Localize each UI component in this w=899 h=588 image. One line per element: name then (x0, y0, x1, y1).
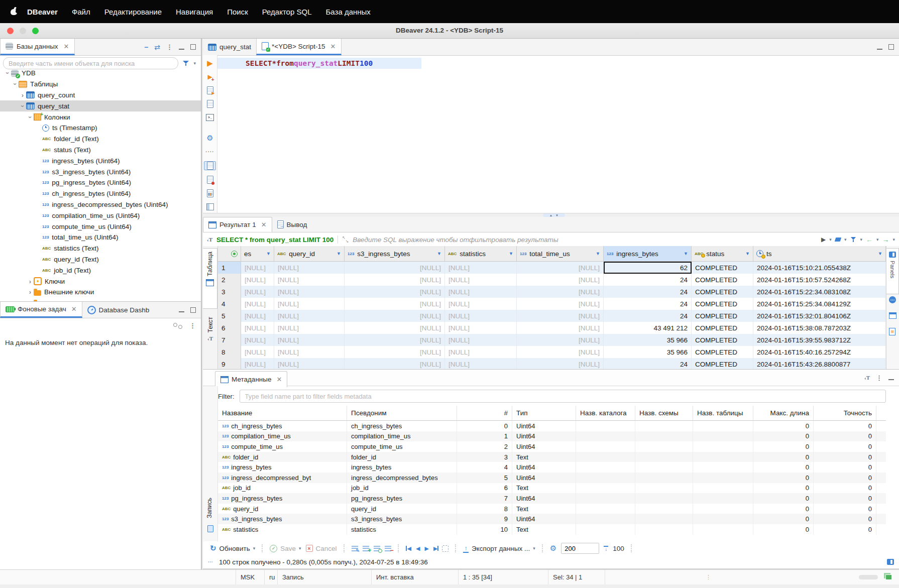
splitter-grip[interactable]: ▲▼ (543, 213, 565, 217)
more-dots-button[interactable] (204, 148, 215, 156)
metadata-cell-table[interactable] (693, 493, 753, 504)
grid-cell[interactable]: 2024-01-16T15:25:34.084129Z (753, 298, 886, 310)
metadata-cell-num[interactable]: 8 (457, 504, 512, 514)
grid-cell[interactable]: [NULL] (345, 262, 445, 274)
metadata-cell-maxlen[interactable]: 0 (753, 473, 814, 483)
metadata-cell-precision[interactable]: 0 (814, 473, 876, 483)
metadata-column-Тип[interactable]: Тип (512, 406, 576, 420)
metadata-cell-alias[interactable]: statistics (347, 524, 457, 535)
close-icon[interactable]: ✕ (261, 221, 267, 228)
grid-cell[interactable]: [NULL] (274, 310, 345, 322)
tree-item-compute_time_us[interactable]: compute_time_us (Uint64) (0, 221, 201, 232)
table-row[interactable]: 3[NULL][NULL][NULL][NULL][NULL]24COMPLET… (218, 286, 886, 298)
metadata-cell-name[interactable]: job_id (218, 483, 347, 494)
metadata-cell-catalog[interactable] (576, 483, 635, 494)
maximize-icon[interactable] (190, 44, 196, 50)
grid-cell[interactable]: [NULL] (517, 358, 604, 369)
metadata-cell-precision[interactable]: 0 (814, 421, 876, 431)
tree-item-status[interactable]: status (Text) (0, 145, 201, 156)
tab-database-dashboard[interactable]: Database Dashb (82, 302, 155, 318)
sort-icon[interactable] (878, 251, 882, 256)
grid-cell[interactable]: COMPLETED (692, 274, 753, 286)
grid-cell[interactable]: 24 (604, 310, 692, 322)
statusbar-cell-Запись[interactable]: Запись (278, 570, 372, 584)
grid-cell[interactable]: [NULL] (445, 334, 517, 346)
metadata-cell-precision[interactable]: 0 (814, 504, 876, 514)
sql-editor-text-area[interactable]: SELECT * from query_stat LIMIT 100 (217, 55, 899, 213)
sort-icon[interactable] (745, 251, 750, 256)
tree-collapse-arrow[interactable]: › (12, 81, 19, 88)
grid-cell[interactable]: [NULL] (517, 310, 604, 322)
caret-icon[interactable] (860, 237, 862, 242)
tab-output[interactable]: Вывод (272, 217, 312, 232)
statusbar-cell-MSK[interactable]: MSK (236, 570, 265, 584)
metadata-cell-type[interactable]: Text (512, 452, 576, 462)
title-bar[interactable]: DBeaver 24.1.2 - <YDB> Script-15 (0, 23, 899, 39)
kebab-icon[interactable] (166, 43, 173, 51)
metadata-column-#[interactable]: # (457, 406, 512, 420)
explain-plan-icon[interactable] (207, 100, 213, 108)
grid-cell[interactable]: 35 966 (604, 346, 692, 358)
statusbar-cell-Sel-34-1[interactable]: Sel: 34 | 1 (548, 570, 605, 584)
close-icon[interactable]: ✕ (64, 43, 69, 50)
minimize-icon[interactable] (179, 45, 184, 50)
tab-databases[interactable]: Базы данных ✕ (0, 39, 75, 55)
metadata-cell-name[interactable]: folder_id (218, 452, 347, 462)
metadata-row[interactable]: ingress_bytesingress_bytes4Uint6400 (218, 462, 886, 473)
metadata-cell-num[interactable]: 0 (457, 421, 512, 431)
grid-cell[interactable]: [NULL] (241, 322, 274, 334)
row-number[interactable]: 5 (218, 310, 241, 322)
row-number[interactable]: 2 (218, 274, 241, 286)
grid-cell[interactable]: 2024-01-16T15:10:21.055438Z (753, 262, 886, 274)
grid-cell[interactable]: [NULL] (241, 334, 274, 346)
grid-cell[interactable]: [NULL] (517, 346, 604, 358)
column-header-total_time_us[interactable]: total_time_us (517, 246, 604, 261)
tree-item-YDB[interactable]: ›YDB (0, 68, 201, 79)
metadata-cell-schema[interactable] (635, 514, 693, 524)
edit-cell-button[interactable] (352, 546, 358, 551)
grid-cell[interactable]: COMPLETED (692, 286, 753, 298)
grid-cell[interactable]: 43 491 212 (604, 322, 692, 334)
metadata-cell-precision[interactable]: 0 (814, 431, 876, 442)
metadata-cell-type[interactable]: Text (512, 524, 576, 535)
metadata-column-Макс. длина[interactable]: Макс. длина (753, 406, 814, 420)
grid-cell[interactable]: 2024-01-16T15:32:01.804106Z (753, 310, 886, 322)
execute-script-button[interactable] (204, 86, 215, 94)
grid-cell[interactable]: [NULL] (445, 310, 517, 322)
metadata-cell-precision[interactable]: 0 (814, 441, 876, 452)
grid-cell[interactable]: [NULL] (241, 298, 274, 310)
table-row[interactable]: 8[NULL][NULL][NULL][NULL][NULL]35 966COM… (218, 346, 886, 358)
sort-icon[interactable] (437, 251, 441, 256)
sql-statement-line[interactable]: SELECT * from query_stat LIMIT 100 (217, 58, 421, 69)
apple-icon[interactable] (11, 8, 18, 16)
statusbar-cell-Инт-вставка[interactable]: Инт. вставка (372, 570, 459, 584)
row-number[interactable]: 4 (218, 298, 241, 310)
next-page-button[interactable] (425, 545, 429, 552)
metadata-cell-schema[interactable] (635, 483, 693, 494)
column-header-ingress_bytes[interactable]: ingress_bytes (604, 246, 692, 261)
explain-plan-button[interactable] (204, 100, 215, 108)
metadata-cell-num[interactable]: 7 (457, 493, 512, 504)
metadata-cell-type[interactable]: Uint64 (512, 421, 576, 431)
caret-icon[interactable] (829, 237, 832, 242)
grid-cell[interactable]: [NULL] (241, 262, 274, 274)
grid-cell[interactable]: COMPLETED (692, 358, 753, 369)
metadata-cell-catalog[interactable] (576, 524, 635, 535)
metadata-cell-catalog[interactable] (576, 431, 635, 442)
execute-new-button[interactable] (204, 73, 215, 81)
metadata-cell-type[interactable]: Uint64 (512, 473, 576, 483)
menu-item-поиск[interactable]: Поиск (220, 8, 255, 16)
metadata-cell-table[interactable] (693, 452, 753, 462)
grid-cell[interactable]: [NULL] (241, 274, 274, 286)
column-header-es[interactable]: es (241, 246, 274, 261)
grid-cell[interactable]: [NULL] (274, 298, 345, 310)
fetch-size-input[interactable] (561, 543, 599, 554)
metadata-cell-alias[interactable]: s3_ingress_bytes (347, 514, 457, 524)
grid-cell[interactable]: [NULL] (274, 274, 345, 286)
first-page-button[interactable] (406, 545, 411, 552)
grid-cell[interactable]: COMPLETED (692, 262, 753, 274)
metadata-cell-catalog[interactable] (576, 514, 635, 524)
grid-cell[interactable]: [NULL] (517, 262, 604, 274)
metadata-cell-num[interactable]: 10 (457, 524, 512, 535)
metadata-cell-catalog[interactable] (576, 504, 635, 514)
